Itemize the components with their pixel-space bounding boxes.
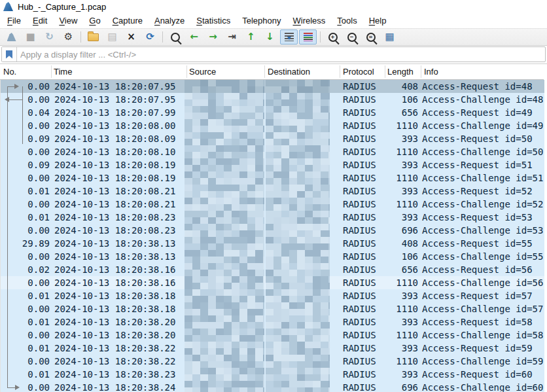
packet-row-18[interactable]: 0.002024-10-13 18:20:38.18RADIUS1110Acce… [1,302,544,315]
menu-edit[interactable]: Edit [27,14,53,27]
redacted-source [185,342,264,355]
zoom-reset-button[interactable]: = [362,29,379,45]
packet-info: Access-Challenge id=59 [422,355,543,368]
packet-row-6[interactable]: 0.002024-10-13 18:20:08.10RADIUS1110Acce… [1,145,544,158]
save-file-button[interactable]: ▤ [103,29,121,45]
packet-row-13[interactable]: 29.892024-10-13 18:20:38.13RADIUS408Acce… [1,237,544,250]
packet-row-17[interactable]: 0.012024-10-13 18:20:38.18RADIUS393Acces… [1,289,544,302]
column-header-info[interactable]: Info [424,64,438,79]
go-back-icon: ← [190,32,198,42]
menu-go[interactable]: Go [83,14,106,27]
menu-wireless[interactable]: Wireless [287,14,332,27]
packet-time: 2024-10-13 18:20:38.13 [54,250,175,263]
packet-row-22[interactable]: 0.002024-10-13 18:20:38.22RADIUS1110Acce… [1,355,544,368]
packet-row-12[interactable]: 0.002024-10-13 18:20:08.23RADIUS696Acces… [1,224,544,237]
filter-bookmark-button[interactable] [2,47,17,62]
menu-capture[interactable]: Capture [107,14,149,27]
go-to-packet-button[interactable]: ⇥ [223,29,241,45]
column-header-protocol[interactable]: Protocol [343,64,374,79]
packet-info: Access-Request id=49 [422,106,533,119]
zoom-out-icon: − [347,33,357,42]
start-capture-button[interactable] [3,29,20,45]
go-to-bottom-button[interactable]: ↓ [261,29,279,45]
packet-length: 1110 [385,198,418,211]
menu-statistics[interactable]: Statistics [190,14,236,27]
resize-columns-button[interactable]: ▦ [381,29,398,45]
packet-no: 0.01 [1,342,50,355]
packet-row-14[interactable]: 0.002024-10-13 18:20:38.13RADIUS106Acces… [1,250,544,263]
packet-row-5[interactable]: 0.092024-10-13 18:20:08.09RADIUS393Acces… [1,132,544,145]
packet-row-7[interactable]: 0.092024-10-13 18:20:08.19RADIUS393Acces… [1,158,544,171]
packet-info: Access-Challenge id=60 [422,381,543,392]
column-resize-handle[interactable] [421,65,421,78]
menu-file[interactable]: File [1,14,27,27]
packet-no: 0.09 [1,158,50,171]
packet-length: 393 [385,289,418,302]
column-resize-handle[interactable] [51,65,52,78]
zoom-out-button[interactable]: − [343,29,361,45]
redacted-destination [266,250,330,263]
zoom-in-button[interactable]: + [324,29,342,45]
packet-row-16[interactable]: 0.002024-10-13 18:20:38.16RADIUS1110Acce… [1,276,544,289]
open-file-button[interactable] [84,29,102,45]
packet-protocol: RADIUS [343,381,376,392]
packet-info: Access-Challenge id=52 [422,198,543,211]
packet-row-8[interactable]: 0.002024-10-13 18:20:08.19RADIUS1110Acce… [1,171,544,185]
column-resize-handle[interactable] [264,65,265,78]
menu-tools[interactable]: Tools [331,14,362,27]
menu-help[interactable]: Help [363,14,393,27]
redacted-source [185,368,264,381]
stop-capture-button[interactable]: ■ [22,29,39,45]
packet-no: 0.00 [1,80,50,93]
redacted-source [185,263,264,276]
column-header-source[interactable]: Source [189,64,216,79]
packet-row-20[interactable]: 0.002024-10-13 18:20:38.20RADIUS1110Acce… [1,329,544,342]
packet-time: 2024-10-13 18:20:38.22 [54,342,175,355]
column-resize-handle[interactable] [385,65,385,78]
packet-row-2[interactable]: 0.002024-10-13 18:20:07.95RADIUS106Acces… [1,93,544,106]
column-header-destination[interactable]: Destination [268,64,310,79]
packet-row-11[interactable]: 0.012024-10-13 18:20:08.23RADIUS393Acces… [1,211,544,224]
packet-row-23[interactable]: 0.012024-10-13 18:20:38.23RADIUS393Acces… [1,368,544,381]
colorize-packets-button[interactable] [299,29,317,45]
capture-options-button[interactable]: ⚙ [60,29,77,45]
menu-analyze[interactable]: Analyze [149,14,190,27]
packet-row-3[interactable]: 0.042024-10-13 18:20:07.99RADIUS656Acces… [1,106,544,119]
menu-view[interactable]: View [53,14,83,27]
menu-telephony[interactable]: Telephony [236,14,287,27]
packet-row-21[interactable]: 0.012024-10-13 18:20:38.22RADIUS393Acces… [1,342,544,355]
packet-row-1[interactable]: 0.002024-10-13 18:20:07.95RADIUS408Acces… [1,80,544,93]
reload-file-button[interactable]: ⟳ [141,29,159,45]
column-resize-handle[interactable] [340,65,340,78]
packet-no: 0.01 [1,368,50,381]
packet-row-24[interactable]: 0.002024-10-13 18:20:38.24RADIUS696Acces… [1,381,544,392]
packet-protocol: RADIUS [343,198,376,211]
packet-row-19[interactable]: 0.012024-10-13 18:20:38.20RADIUS393Acces… [1,315,544,329]
packet-info: Access-Request id=48 [422,80,533,93]
packet-length: 393 [385,368,418,381]
go-to-bottom-icon: ↓ [266,32,274,42]
packet-row-15[interactable]: 0.022024-10-13 18:20:38.16RADIUS656Acces… [1,263,544,276]
column-header-no[interactable]: No. [3,64,16,79]
go-forward-button[interactable]: → [204,29,222,45]
packet-info: Access-Request id=56 [422,263,533,276]
packet-protocol: RADIUS [343,368,376,381]
find-packet-button[interactable] [166,29,184,45]
packet-row-9[interactable]: 0.012024-10-13 18:20:08.21RADIUS393Acces… [1,185,544,198]
packet-row-10[interactable]: 0.002024-10-13 18:20:08.21RADIUS1110Acce… [1,198,544,211]
packet-time: 2024-10-13 18:20:08.23 [54,224,175,237]
display-filter-input[interactable] [17,48,545,61]
go-to-top-button[interactable]: ↑ [242,29,260,45]
packet-row-4[interactable]: 0.002024-10-13 18:20:08.00RADIUS1110Acce… [1,119,544,132]
column-resize-handle[interactable] [186,65,187,78]
go-back-button[interactable]: ← [185,29,203,45]
column-header-time[interactable]: Time [54,64,72,79]
restart-capture-button[interactable]: ↻ [41,29,58,45]
toolbar-separator [320,31,321,43]
column-header-length[interactable]: Length [387,64,414,79]
packet-protocol: RADIUS [343,171,376,185]
auto-scroll-button[interactable] [280,29,298,45]
close-file-button[interactable]: × [122,29,140,45]
resize-columns-icon: ▦ [385,32,394,42]
open-file-icon [88,33,99,41]
